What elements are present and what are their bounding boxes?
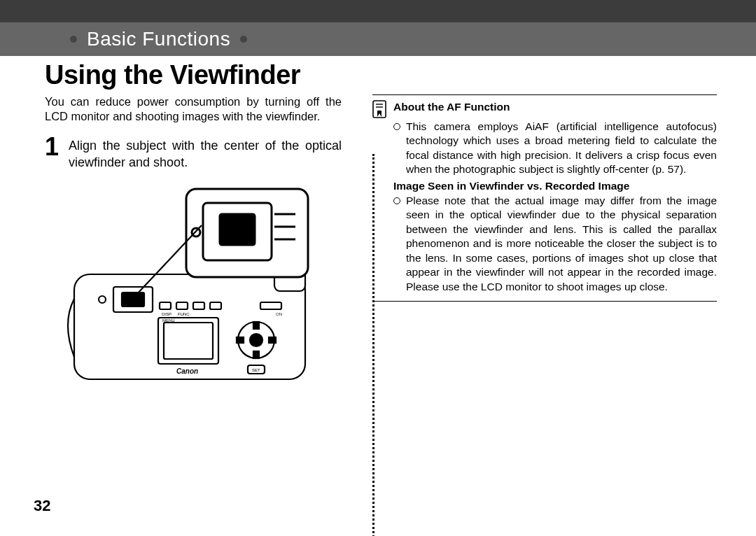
top-bar [0, 0, 756, 22]
page-number: 32 [34, 497, 50, 515]
note-box: About the AF Function This camera employ… [372, 94, 717, 302]
parallax-title: Image Seen in Viewfinder vs. Recorded Im… [372, 180, 717, 192]
svg-rect-12 [160, 302, 171, 309]
svg-rect-13 [176, 302, 188, 309]
section-dot-right [240, 36, 247, 43]
brand-label: Canon [176, 367, 198, 375]
label-menu: MENU [162, 318, 175, 323]
section-bar: Basic Functions [0, 22, 756, 56]
svg-rect-11 [269, 337, 276, 343]
left-column: You can reduce power consumption by turn… [45, 94, 357, 393]
label-disp: DISP. [162, 312, 172, 316]
content-area: Using the Viewfinder You can reduce powe… [0, 56, 756, 536]
svg-point-7 [250, 334, 262, 346]
svg-rect-21 [220, 214, 255, 245]
label-on: ON [276, 312, 282, 316]
step-number: 1 [45, 134, 59, 171]
af-function-title: About the AF Function [393, 99, 510, 113]
label-set: SET [252, 368, 260, 372]
af-function-bullet: This camera employs AiAF (artificial int… [372, 120, 717, 177]
right-column: About the AF Function This camera employ… [357, 94, 717, 393]
parallax-body: Please note that the actual image may di… [406, 194, 717, 294]
section-dot-left [70, 36, 77, 43]
svg-rect-14 [193, 302, 204, 309]
svg-point-17 [99, 296, 106, 303]
page-title: Using the Viewfinder [45, 60, 717, 90]
step-text: Align the subject with the center of the… [69, 134, 342, 171]
svg-rect-5 [164, 323, 213, 359]
column-divider [372, 154, 374, 536]
parallax-bullet: Please note that the actual image may di… [372, 194, 717, 294]
svg-rect-3 [122, 292, 144, 306]
af-function-body: This camera employs AiAF (artificial int… [406, 120, 717, 177]
camera-illustration: DISP. FUNC. MENU ON SET Canon [53, 183, 333, 393]
label-func: FUNC. [178, 312, 191, 316]
note-icon [372, 100, 386, 118]
intro-paragraph: You can reduce power consumption by turn… [45, 94, 342, 125]
svg-rect-9 [253, 351, 259, 358]
svg-rect-27 [373, 101, 386, 118]
svg-rect-8 [253, 322, 259, 329]
svg-rect-16 [260, 302, 281, 309]
svg-rect-15 [210, 302, 221, 309]
step-1: 1 Align the subject with the center of t… [45, 134, 342, 171]
section-title: Basic Functions [87, 28, 230, 50]
svg-rect-10 [237, 337, 244, 343]
